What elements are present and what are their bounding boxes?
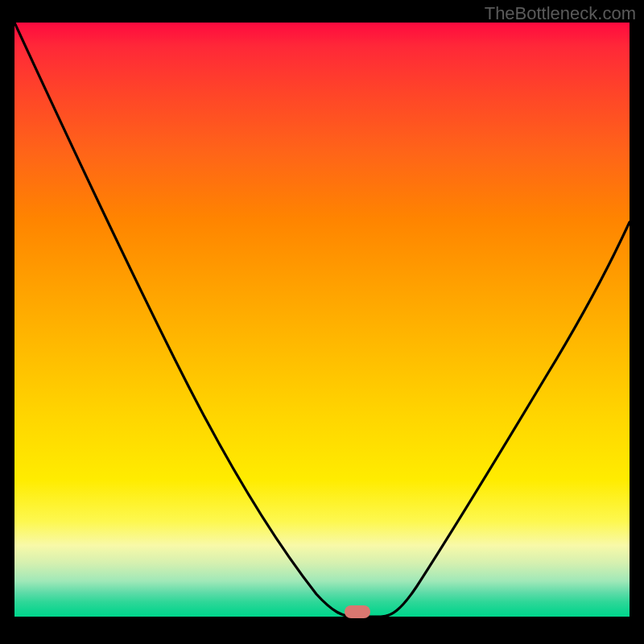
- watermark-text: TheBottleneck.com: [485, 3, 636, 24]
- bottom-border: [14, 617, 630, 630]
- plot-area: [14, 23, 630, 617]
- right-border: [630, 23, 644, 617]
- bottleneck-marker: [345, 605, 370, 618]
- curve-path: [14, 23, 630, 617]
- left-border: [0, 23, 14, 617]
- curve-svg: [14, 23, 630, 617]
- chart-container: TheBottleneck.com: [0, 0, 644, 644]
